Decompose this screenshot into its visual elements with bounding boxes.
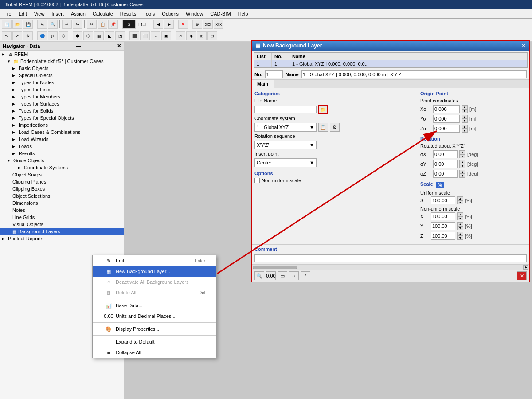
az-down[interactable]: ▼	[459, 174, 466, 178]
coord-system-dropdown[interactable]: 1 - Global XYZ ▼	[254, 123, 317, 132]
tree-guide-objects[interactable]: ▼ Guide Objects	[0, 157, 124, 164]
xo-input[interactable]	[433, 105, 460, 113]
toolbar-redo[interactable]: ↪	[73, 20, 82, 29]
tree-types-special[interactable]: ▶ Types for Special Objects	[0, 114, 124, 121]
zo-down[interactable]: ▼	[462, 129, 468, 133]
ctx-delete-all[interactable]: 🗑 Delete All Del	[93, 287, 216, 298]
navigator-close[interactable]: ✕	[117, 43, 121, 49]
browse-button[interactable]: 📁	[318, 105, 328, 114]
toolbar2-btn19[interactable]: ⊟	[207, 31, 217, 40]
toolbar-btn2[interactable]: 📋	[98, 20, 107, 29]
ay-up[interactable]: ▲	[459, 160, 466, 164]
toolbar2-btn17[interactable]: ◈	[186, 31, 196, 40]
xo-up[interactable]: ▲	[462, 105, 468, 109]
toolbar2-btn8[interactable]: ⬡	[83, 31, 93, 40]
tree-types-nodes[interactable]: ▶ Types for Nodes	[0, 79, 124, 86]
tree-clipping-boxes[interactable]: Clipping Boxes	[0, 185, 124, 192]
ctx-new-background-layer[interactable]: ▦ New Background Layer...	[93, 266, 216, 277]
tree-load-cases[interactable]: ▶ Load Cases & Combinations	[0, 129, 124, 136]
ctx-edit[interactable]: ✎ Edit... Enter	[93, 255, 216, 266]
toolbar-nav-prev[interactable]: ◀	[153, 20, 163, 29]
tree-object-snaps[interactable]: Object Snaps	[0, 171, 124, 178]
tree-visual-objects[interactable]: Visual Objects	[0, 221, 124, 228]
toolbar2-btn5[interactable]: ▷	[48, 31, 58, 40]
toolbar2-btn12[interactable]: ⬛	[129, 31, 139, 40]
xo-down[interactable]: ▼	[462, 109, 468, 113]
tree-line-grids[interactable]: Line Grids	[0, 214, 124, 221]
s-down[interactable]: ▼	[457, 200, 463, 204]
toolbar-new[interactable]: 📄	[2, 20, 12, 29]
dialog-btn-rect[interactable]: ▭	[278, 271, 287, 280]
z-scale-down[interactable]: ▼	[457, 236, 463, 240]
z-scale-up[interactable]: ▲	[457, 232, 463, 236]
az-up[interactable]: ▲	[459, 170, 466, 174]
ctx-base-data[interactable]: 📊 Base Data...	[93, 300, 216, 311]
zo-up[interactable]: ▲	[462, 125, 468, 129]
toolbar-print[interactable]: 🖨	[37, 20, 47, 29]
toolbar-zoom3[interactable]: xxx	[214, 20, 223, 29]
tree-loads[interactable]: ▶ Loads	[0, 143, 124, 150]
x-scale-up[interactable]: ▲	[457, 212, 463, 216]
tree-imperfections[interactable]: ▶ Imperfections	[0, 121, 124, 129]
tree-types-lines[interactable]: ▶ Types for Lines	[0, 86, 124, 93]
toolbar-btn4[interactable]: G	[122, 20, 136, 29]
toolbar-nav-next[interactable]: ▶	[164, 20, 174, 29]
menu-view[interactable]: View	[31, 10, 48, 17]
name-input[interactable]	[301, 70, 527, 78]
menu-cadbim[interactable]: CAD-BIM	[207, 10, 234, 17]
ax-input[interactable]	[433, 150, 458, 158]
tree-types-members[interactable]: ▶ Types for Members	[0, 93, 124, 100]
toolbar2-btn15[interactable]: ▣	[161, 31, 171, 40]
menu-insert[interactable]: Insert	[48, 10, 67, 17]
tree-dimensions[interactable]: Dimensions	[0, 200, 124, 207]
toolbar-zoom1[interactable]: ⊕	[192, 20, 202, 29]
tree-root-rfem[interactable]: ▶ 🖥 RFEM	[0, 51, 124, 58]
menu-options[interactable]: Options	[158, 10, 182, 17]
toolbar2-btn2[interactable]: ↗	[12, 31, 22, 40]
toolbar2-btn18[interactable]: ⊞	[197, 31, 207, 40]
coord-system-btn2[interactable]: ⚙	[330, 123, 340, 132]
menu-edit[interactable]: Edit	[15, 10, 31, 17]
ax-up[interactable]: ▲	[459, 150, 466, 154]
tree-printout[interactable]: ▶ Printout Reports	[0, 235, 124, 242]
toolbar-delete[interactable]: ✕	[178, 20, 188, 29]
tree-results[interactable]: ▶ Results	[0, 150, 124, 157]
dialog-btn-resize[interactable]: ↔	[289, 271, 299, 280]
toolbar-btn3[interactable]: 📌	[108, 20, 118, 29]
menu-results[interactable]: Results	[117, 10, 140, 17]
tree-project[interactable]: ▼ 📁 Bodenplatte.dxf.rf6* | Customer Case…	[0, 58, 124, 65]
toolbar2-btn1[interactable]: ↖	[2, 31, 12, 40]
insert-point-dropdown[interactable]: Center ▼	[254, 158, 317, 167]
dialog-btn-func[interactable]: ƒ	[301, 271, 310, 280]
filename-input[interactable]	[254, 106, 317, 113]
no-input[interactable]	[265, 70, 283, 78]
tab-main[interactable]: Main	[252, 80, 274, 88]
non-uniform-scale-checkbox[interactable]	[254, 178, 260, 183]
dialog-btn-search[interactable]: 🔍	[254, 271, 264, 280]
toolbar2-btn13[interactable]: ⬜	[140, 31, 150, 40]
dialog-close[interactable]: ✕	[521, 43, 526, 49]
menu-tools[interactable]: Tools	[140, 10, 158, 17]
toolbar-save[interactable]: 💾	[23, 20, 33, 29]
dialog-hscroll[interactable]: ▶	[252, 264, 529, 270]
menu-file[interactable]: File	[0, 10, 15, 17]
tree-clipping-planes[interactable]: Clipping Planes	[0, 178, 124, 185]
toolbar-btn1[interactable]: ✂	[87, 20, 97, 29]
menu-window[interactable]: Window	[182, 10, 207, 17]
toolbar2-btn16[interactable]: ⊿	[176, 31, 185, 40]
z-scale-input[interactable]	[431, 232, 455, 240]
dialog-btn-number[interactable]: 0.00	[266, 271, 276, 280]
ctx-expand-default[interactable]: ≡ Expand to Default	[93, 336, 216, 347]
toolbar2-btn9[interactable]: ▦	[94, 31, 104, 40]
menu-help[interactable]: Help	[235, 10, 252, 17]
tree-types-solids[interactable]: ▶ Types for Solids	[0, 107, 124, 114]
tree-background-layers[interactable]: ▦ Background Layers	[0, 228, 124, 235]
tree-basic-objects[interactable]: ▶ Basic Objects	[0, 65, 124, 72]
tree-load-wizards[interactable]: ▶ Load Wizards	[0, 136, 124, 143]
toolbar2-btn11[interactable]: ⬔	[115, 31, 125, 40]
yo-up[interactable]: ▲	[462, 115, 468, 119]
rotation-seq-dropdown[interactable]: X'Y'Z' ▼	[254, 141, 317, 149]
toolbar-preview[interactable]: 🔍	[48, 20, 58, 29]
ax-down[interactable]: ▼	[459, 154, 466, 158]
ctx-deactivate-all[interactable]: ○ Deactivate All Background Layers	[93, 277, 216, 287]
